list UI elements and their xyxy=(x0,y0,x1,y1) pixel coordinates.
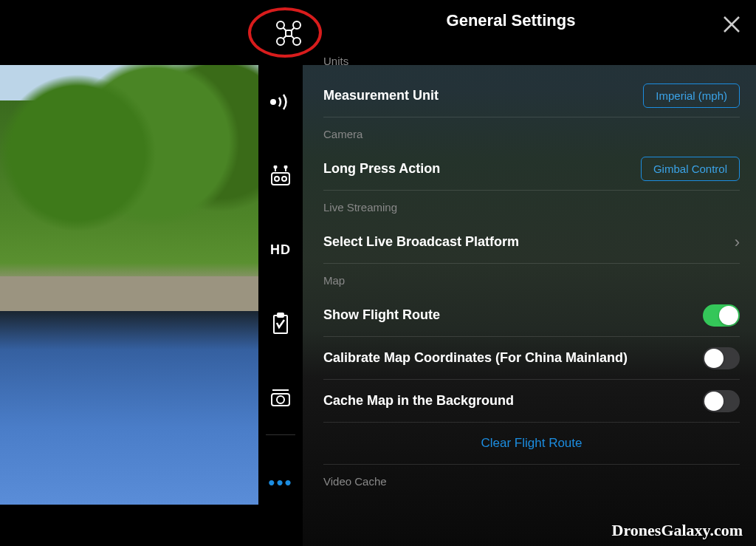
svg-point-18 xyxy=(282,177,286,181)
calibrate-label: Calibrate Map Coordinates (For China Mai… xyxy=(323,350,628,366)
sidebar-separator xyxy=(266,434,295,435)
drone-icon xyxy=(275,20,302,47)
row-cache-map: Cache Map in the Background xyxy=(323,380,740,423)
watermark: DronesGalaxy.com xyxy=(612,521,743,540)
close-icon xyxy=(721,13,743,35)
measurement-unit-value[interactable]: Imperial (mph) xyxy=(643,83,740,108)
sidebar-item-general[interactable]: ••• xyxy=(258,460,303,505)
section-live: Live Streaming xyxy=(323,191,740,221)
cache-label: Cache Map in the Background xyxy=(323,393,514,409)
row-measurement-unit[interactable]: Measurement Unit Imperial (mph) xyxy=(323,75,740,117)
long-press-label: Long Press Action xyxy=(323,161,440,177)
row-clear-route: Clear Flight Route xyxy=(323,423,740,465)
svg-point-14 xyxy=(275,166,277,168)
svg-point-15 xyxy=(285,166,287,168)
more-icon: ••• xyxy=(268,473,292,492)
clipboard-icon xyxy=(271,313,290,335)
svg-point-17 xyxy=(275,177,279,181)
row-broadcast-platform[interactable]: Select Live Broadcast Platform › xyxy=(323,221,740,264)
camera-icon xyxy=(269,388,292,407)
long-press-value[interactable]: Gimbal Control xyxy=(641,157,740,181)
row-long-press[interactable]: Long Press Action Gimbal Control xyxy=(323,148,740,191)
sidebar-item-controller[interactable] xyxy=(258,139,303,213)
svg-rect-8 xyxy=(286,30,292,36)
page-title: General Settings xyxy=(310,11,712,30)
sidebar-item-hd[interactable]: HD xyxy=(258,213,303,287)
show-route-toggle[interactable] xyxy=(703,304,740,327)
close-button[interactable] xyxy=(721,13,743,35)
svg-point-23 xyxy=(277,396,284,403)
svg-point-11 xyxy=(270,99,276,105)
row-show-flight-route: Show Flight Route xyxy=(323,294,740,337)
row-calibrate-map: Calibrate Map Coordinates (For China Mai… xyxy=(323,337,740,380)
show-route-label: Show Flight Route xyxy=(323,307,440,323)
measurement-unit-label: Measurement Unit xyxy=(323,88,439,103)
settings-panel: Units Measurement Unit Imperial (mph) Ca… xyxy=(303,44,756,546)
section-video-cache: Video Cache xyxy=(323,465,740,495)
cache-toggle[interactable] xyxy=(703,390,740,412)
svg-rect-20 xyxy=(278,313,284,317)
sidebar-item-signal[interactable] xyxy=(258,65,303,139)
controller-icon xyxy=(269,165,292,186)
calibrate-toggle[interactable] xyxy=(703,347,740,369)
sidebar-item-gimbal[interactable] xyxy=(258,361,303,434)
section-units: Units xyxy=(323,44,740,75)
hd-icon: HD xyxy=(270,242,291,258)
clear-route-button[interactable]: Clear Flight Route xyxy=(481,436,582,450)
broadcast-platform-label: Select Live Broadcast Platform xyxy=(323,234,519,250)
signal-icon xyxy=(269,93,292,111)
sidebar-item-battery[interactable] xyxy=(258,287,303,361)
camera-preview xyxy=(0,65,258,505)
settings-sidebar: HD ••• xyxy=(258,65,303,505)
section-map: Map xyxy=(323,264,740,294)
chevron-right-icon: › xyxy=(735,233,740,252)
section-camera: Camera xyxy=(323,117,740,148)
